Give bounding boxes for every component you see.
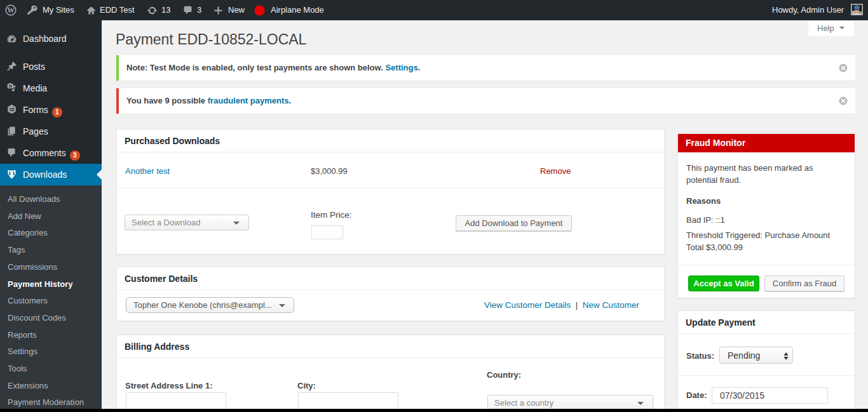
svg-text:W: W xyxy=(7,6,15,15)
